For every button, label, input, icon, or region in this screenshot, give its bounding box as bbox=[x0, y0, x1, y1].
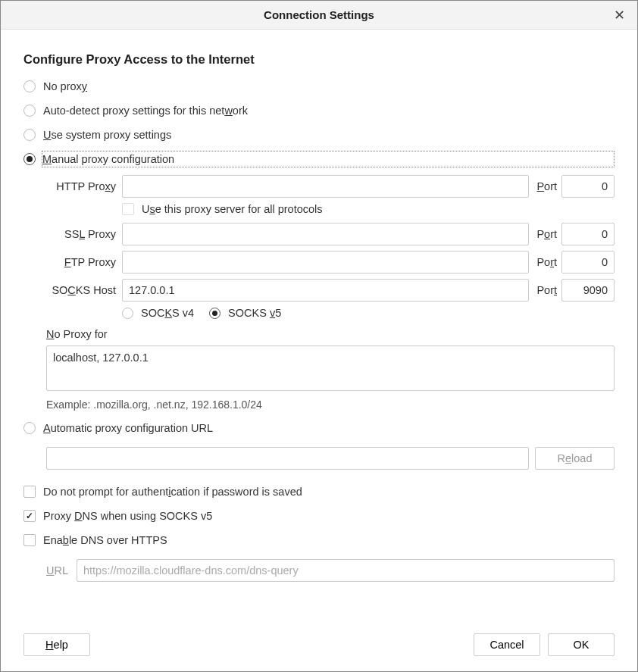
http-proxy-label: HTTP Proxy bbox=[46, 180, 122, 192]
manual-proxy-group: HTTP Proxy Port Use this proxy server fo… bbox=[46, 175, 615, 420]
socks-port-label: Port bbox=[529, 284, 561, 296]
ssl-proxy-row: SSL Proxy Port bbox=[46, 223, 615, 245]
dialog-footer: Help Cancel OK bbox=[23, 633, 615, 656]
ftp-port-label: Port bbox=[529, 256, 561, 268]
reload-button: Reload bbox=[535, 447, 615, 470]
radio-icon bbox=[23, 129, 36, 141]
autoconfig-url-input bbox=[46, 447, 529, 470]
use-for-all-label: Use this proxy server for all protocols bbox=[142, 203, 323, 215]
ssl-port-input[interactable] bbox=[561, 223, 615, 245]
http-proxy-input[interactable] bbox=[122, 175, 529, 198]
socks-v5-label: SOCKS v5 bbox=[228, 307, 281, 319]
radio-label: Automatic proxy configuration URL bbox=[43, 422, 213, 434]
radio-icon bbox=[23, 153, 36, 165]
ftp-proxy-row: FTP Proxy Port bbox=[46, 251, 615, 273]
radio-icon bbox=[23, 80, 36, 92]
http-proxy-row: HTTP Proxy Port bbox=[46, 175, 615, 198]
auth-prompt-checkbox-row[interactable]: Do not prompt for authentication if pass… bbox=[23, 483, 615, 500]
ssl-proxy-label: SSL Proxy bbox=[46, 228, 122, 240]
dialog-title: Connection Settings bbox=[264, 8, 374, 21]
doh-url-input bbox=[77, 559, 615, 582]
ftp-proxy-input[interactable] bbox=[122, 251, 529, 273]
autoconfig-row: Reload bbox=[46, 447, 615, 470]
proxy-dns-label: Proxy DNS when using SOCKS v5 bbox=[43, 510, 212, 522]
radio-label: Auto-detect proxy settings for this netw… bbox=[43, 105, 248, 117]
use-for-all-row[interactable]: Use this proxy server for all protocols bbox=[122, 203, 615, 215]
doh-url-label: URL bbox=[46, 564, 77, 577]
connection-settings-dialog: Connection Settings ✕ Configure Proxy Ac… bbox=[0, 0, 638, 672]
radio-icon bbox=[23, 105, 36, 117]
socks-host-row: SOCKS Host Port bbox=[46, 279, 615, 302]
radio-icon bbox=[23, 422, 36, 434]
ssl-proxy-input[interactable] bbox=[122, 223, 529, 245]
radio-no-proxy[interactable]: No proxy bbox=[23, 78, 615, 95]
radio-auto-detect[interactable]: Auto-detect proxy settings for this netw… bbox=[23, 102, 615, 119]
checkbox-icon bbox=[23, 486, 36, 498]
proxy-dns-checkbox-row[interactable]: Proxy DNS when using SOCKS v5 bbox=[23, 508, 615, 524]
ftp-port-input[interactable] bbox=[561, 251, 615, 273]
dialog-content: Configure Proxy Access to the Internet N… bbox=[1, 30, 637, 671]
radio-manual-proxy[interactable]: Manual proxy configuration bbox=[23, 151, 615, 167]
doh-checkbox-row[interactable]: Enable DNS over HTTPS bbox=[23, 532, 615, 549]
radio-label: Manual proxy configuration bbox=[42, 153, 174, 165]
socks-v4-label: SOCKS v4 bbox=[141, 307, 194, 319]
no-proxy-for-textarea[interactable]: localhost, 127.0.0.1 bbox=[46, 345, 615, 391]
radio-socks-v4[interactable] bbox=[122, 308, 133, 319]
ok-button[interactable]: OK bbox=[548, 633, 615, 656]
radio-label: No proxy bbox=[43, 80, 87, 92]
radio-system-proxy[interactable]: Use system proxy settings bbox=[23, 127, 615, 143]
socks-host-input[interactable] bbox=[122, 279, 529, 302]
ssl-port-label: Port bbox=[529, 228, 561, 240]
close-button[interactable]: ✕ bbox=[611, 7, 628, 23]
help-button[interactable]: Help bbox=[23, 633, 90, 656]
http-port-input[interactable] bbox=[561, 175, 615, 198]
doh-url-row: URL bbox=[46, 559, 615, 582]
checkbox-icon bbox=[23, 534, 36, 546]
no-proxy-for-label: No Proxy for bbox=[46, 328, 615, 340]
focus-indicator: Manual proxy configuration bbox=[42, 151, 615, 167]
doh-label: Enable DNS over HTTPS bbox=[43, 534, 167, 546]
radio-socks-v5[interactable] bbox=[209, 308, 220, 319]
no-proxy-example: Example: .mozilla.org, .net.nz, 192.168.… bbox=[46, 399, 615, 411]
section-title: Configure Proxy Access to the Internet bbox=[23, 52, 615, 67]
socks-version-row: SOCKS v4 SOCKS v5 bbox=[122, 307, 615, 319]
radio-label: Use system proxy settings bbox=[43, 129, 171, 141]
checkbox-icon bbox=[23, 510, 36, 522]
cancel-button[interactable]: Cancel bbox=[474, 633, 540, 656]
radio-auto-config[interactable]: Automatic proxy configuration URL bbox=[23, 420, 615, 436]
http-port-label: Port bbox=[529, 180, 561, 192]
ftp-proxy-label: FTP Proxy bbox=[46, 256, 122, 268]
auth-prompt-label: Do not prompt for authentication if pass… bbox=[43, 486, 302, 498]
socks-port-input[interactable] bbox=[561, 279, 615, 302]
checkbox-icon bbox=[122, 203, 134, 215]
titlebar: Connection Settings ✕ bbox=[1, 1, 637, 30]
socks-host-label: SOCKS Host bbox=[46, 284, 122, 296]
